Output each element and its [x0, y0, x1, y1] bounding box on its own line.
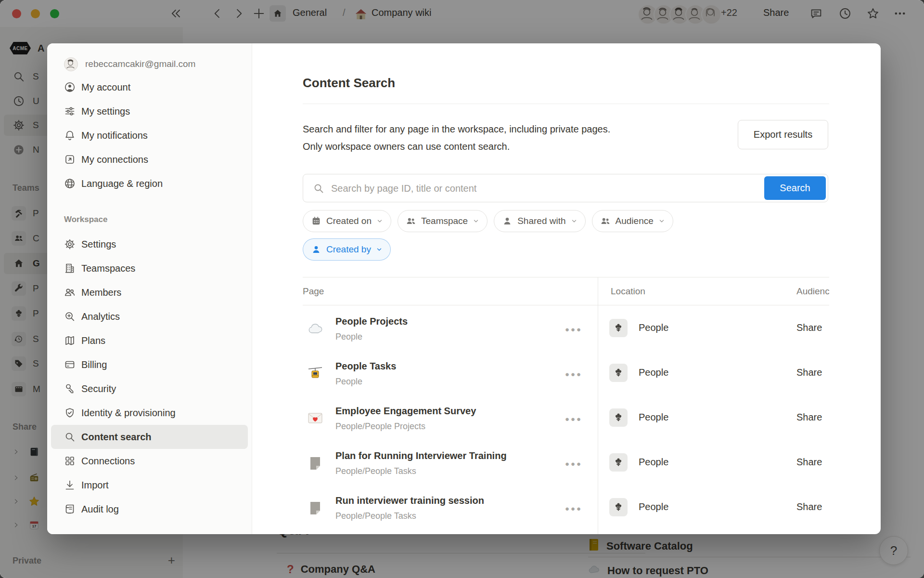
export-results-button[interactable]: Export results [738, 120, 828, 149]
column-header-audience: Audience [796, 286, 829, 297]
column-divider [598, 277, 598, 534]
location-name[interactable]: People [639, 322, 668, 333]
page-title: Content Search [303, 76, 395, 91]
row-menu-icon[interactable]: ●●● [565, 370, 582, 378]
settings-nav-billing[interactable]: Billing [51, 353, 248, 377]
search-button[interactable]: Search [764, 176, 826, 200]
settings-nav: rebeccamcakir@gmail.com My account My se… [47, 43, 252, 534]
settings-nav-my-connections[interactable]: My connections [51, 147, 248, 171]
filter-teamspace[interactable]: Teamspace [398, 210, 488, 232]
shield-check-icon [64, 407, 76, 419]
people-icon [406, 216, 416, 226]
location-name[interactable]: People [639, 501, 668, 512]
filter-created-by[interactable]: Created by [303, 238, 391, 261]
page-title[interactable]: People Projects [335, 316, 408, 327]
settings-nav-my-notifications[interactable]: My notifications [51, 123, 248, 147]
settings-nav-my-settings[interactable]: My settings [51, 99, 248, 123]
active-filter-row: Created by [303, 238, 391, 261]
search-icon [64, 431, 76, 443]
person-icon [311, 244, 321, 255]
page-path: People/People Tasks [335, 511, 416, 521]
settings-nav-connections[interactable]: Connections [51, 449, 248, 473]
table-row[interactable]: People Tasks People ●●● People Share [303, 350, 829, 395]
table-row[interactable]: Plan for Running Interviewer Training Pe… [303, 440, 829, 485]
filter-created-on[interactable]: Created on [303, 210, 391, 232]
person-icon [502, 216, 513, 226]
settings-nav-teamspaces[interactable]: Teamspaces [51, 256, 248, 280]
page-document-icon [307, 499, 324, 516]
page-description: Search and filter for any page in the wo… [303, 120, 707, 155]
members-icon [64, 287, 76, 298]
settings-nav-my-account[interactable]: My account [51, 75, 248, 99]
page-path: People/People Tasks [335, 466, 416, 476]
key-icon [64, 383, 76, 394]
chevron-down-icon [571, 218, 578, 224]
audience-cell: Share [796, 412, 829, 423]
filter-shared-with[interactable]: Shared with [494, 210, 585, 232]
audience-cell: Share [796, 322, 829, 333]
filter-audience[interactable]: Audience [592, 210, 673, 232]
page-title[interactable]: Employee Engagement Survey [335, 406, 476, 417]
teamspace-flower-icon [609, 364, 628, 382]
settings-nav-content-search[interactable]: Content search [51, 425, 248, 449]
import-arrow-icon [64, 479, 76, 491]
settings-nav-language-region[interactable]: Language & region [51, 171, 248, 196]
location-name[interactable]: People [639, 457, 668, 468]
page-path: People [335, 377, 362, 387]
credit-card-icon [64, 359, 76, 370]
notion-app-window: General / Company wiki +22 Share ACME A … [0, 0, 924, 578]
row-menu-icon[interactable]: ●●● [565, 460, 582, 468]
table-row[interactable]: Employee Engagement Survey People/People… [303, 395, 829, 440]
calendar-icon [311, 216, 321, 226]
content-search-panel: Content Search Search and filter for any… [252, 43, 881, 534]
table-row[interactable]: Run interviewer training session People/… [303, 485, 829, 529]
workspace-section-label: Workspace [64, 215, 252, 232]
teamspace-flower-icon [609, 319, 628, 337]
map-icon [64, 335, 76, 346]
settings-nav-analytics[interactable]: Analytics [51, 304, 248, 328]
account-email: rebeccamcakir@gmail.com [85, 59, 195, 69]
column-header-location: Location [598, 286, 796, 297]
page-document-icon [307, 454, 324, 472]
chevron-down-icon [376, 218, 383, 224]
globe-icon [64, 178, 76, 189]
settings-nav-members[interactable]: Members [51, 280, 248, 304]
building-icon [64, 263, 76, 274]
column-header-page: Page [303, 286, 598, 297]
page-title[interactable]: People Tasks [335, 361, 396, 372]
table-row[interactable]: People Projects People ●●● People Share [303, 305, 829, 350]
settings-nav-security[interactable]: Security [51, 377, 248, 401]
settings-nav-audit-log[interactable]: Audit log [51, 497, 248, 521]
search-input[interactable] [330, 174, 756, 203]
settings-nav-identity-provisioning[interactable]: Identity & provisioning [51, 401, 248, 425]
teamspace-flower-icon [609, 498, 628, 516]
location-name[interactable]: People [639, 412, 668, 423]
content-search-bar: Search [303, 174, 828, 202]
scroll-icon [64, 503, 76, 515]
person-circle-icon [64, 81, 76, 93]
divider [303, 104, 829, 104]
settings-nav-plans[interactable]: Plans [51, 328, 248, 353]
page-path: People [335, 332, 362, 342]
settings-nav-settings[interactable]: Settings [51, 232, 248, 256]
cloud-emoji-icon [307, 320, 324, 337]
audience-cell: Share [796, 457, 829, 468]
tramway-emoji-icon [307, 365, 324, 382]
grid-icon [64, 455, 76, 467]
row-menu-icon[interactable]: ●●● [565, 504, 582, 512]
page-title[interactable]: Run interviewer training session [335, 495, 484, 506]
row-menu-icon[interactable]: ●●● [565, 325, 582, 333]
location-name[interactable]: People [639, 367, 668, 378]
sliders-icon [64, 105, 76, 117]
settings-modal: rebeccamcakir@gmail.com My account My se… [47, 43, 881, 534]
settings-nav-import[interactable]: Import [51, 473, 248, 497]
account-header: rebeccamcakir@gmail.com [47, 53, 252, 75]
people-icon [600, 216, 611, 226]
audience-cell: Share [796, 367, 829, 378]
row-menu-icon[interactable]: ●●● [565, 415, 582, 423]
table-header: Page Location Audience [303, 277, 829, 305]
chevron-down-icon [658, 218, 665, 224]
bell-icon [64, 130, 76, 141]
page-title[interactable]: Plan for Running Interviewer Training [335, 450, 507, 461]
teamspace-flower-icon [609, 408, 628, 427]
